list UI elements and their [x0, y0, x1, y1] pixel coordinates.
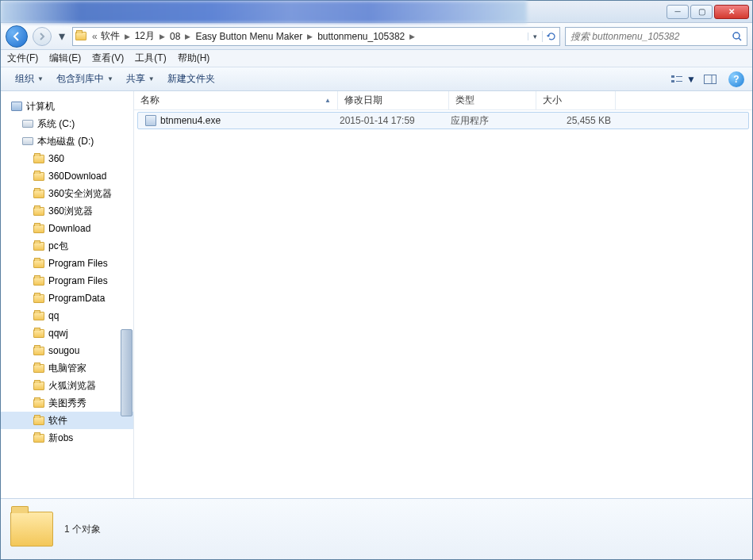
navigation-pane[interactable]: 计算机 系统 (C:) 本地磁盘 (D:) 360360Download360安… — [1, 91, 134, 498]
refresh-icon — [546, 31, 557, 42]
tree-folder[interactable]: Download — [1, 220, 133, 237]
menu-file[interactable]: 文件(F) — [7, 52, 38, 65]
chevron-down-icon: ▼ — [686, 74, 696, 85]
tree-folder[interactable]: 360安全浏览器 — [1, 185, 133, 202]
tree-label: 360浏览器 — [48, 205, 93, 218]
menu-tools[interactable]: 工具(T) — [135, 52, 166, 65]
folder-icon — [33, 190, 44, 198]
menu-help[interactable]: 帮助(H) — [178, 52, 210, 65]
svg-rect-6 — [705, 75, 717, 83]
address-bar[interactable]: « 软件▶ 12月▶ 08▶ Easy Button Menu Maker▶ b… — [72, 27, 560, 46]
search-icon[interactable] — [728, 31, 747, 42]
view-icon — [670, 74, 685, 85]
new-folder-button[interactable]: 新建文件夹 — [161, 72, 221, 86]
column-label: 修改日期 — [344, 94, 382, 107]
tree-folder[interactable]: qqwj — [1, 324, 133, 342]
tree-label: 计算机 — [26, 100, 55, 113]
svg-line-1 — [739, 38, 741, 40]
preview-pane-button[interactable] — [697, 71, 724, 87]
tree-label: Program Files — [48, 258, 108, 269]
file-date: 2015-01-14 17:59 — [340, 115, 451, 126]
tree-drive-c[interactable]: 系统 (C:) — [1, 115, 133, 132]
column-date[interactable]: 修改日期 — [338, 91, 449, 109]
tree-label: 新obs — [48, 432, 73, 445]
breadcrumb-seg[interactable]: 12月 — [132, 29, 158, 43]
file-row[interactable]: btnmenu4.exe 2015-01-14 17:59 应用程序 25,45… — [137, 112, 749, 129]
tree-folder[interactable]: Program Files — [1, 255, 133, 272]
folder-icon — [33, 399, 44, 408]
drive-icon — [22, 120, 33, 128]
command-bar: 组织▼ 包含到库中▼ 共享▼ 新建文件夹 ▼ ? — [1, 67, 752, 91]
svg-rect-2 — [671, 75, 674, 78]
address-dropdown[interactable]: ▾ — [528, 33, 542, 40]
body: 计算机 系统 (C:) 本地磁盘 (D:) 360360Download360安… — [1, 91, 752, 499]
include-label: 包含到库中 — [56, 72, 104, 86]
refresh-button[interactable] — [542, 31, 559, 42]
file-list[interactable]: btnmenu4.exe 2015-01-14 17:59 应用程序 25,45… — [134, 110, 752, 498]
breadcrumb-overflow[interactable]: « — [89, 31, 98, 42]
tree-folder[interactable]: 软件 — [1, 412, 133, 429]
exe-icon — [143, 115, 159, 126]
tree-label: 360 — [48, 153, 64, 164]
tree-folder[interactable]: 360 — [1, 150, 133, 167]
file-size: 25,455 KB — [538, 115, 611, 126]
tree-folder[interactable]: 新obs — [1, 429, 133, 447]
svg-rect-3 — [671, 80, 674, 82]
folder-icon — [33, 172, 44, 181]
history-dropdown[interactable]: ▾ — [56, 27, 67, 46]
tree-folder[interactable]: qq — [1, 307, 133, 324]
folder-icon — [33, 347, 44, 355]
chevron-right-icon: ▶ — [158, 33, 167, 40]
tree-label: 360安全浏览器 — [48, 187, 112, 201]
breadcrumb-seg[interactable]: 08 — [167, 31, 183, 42]
help-button[interactable]: ? — [728, 71, 744, 87]
breadcrumb: « 软件▶ 12月▶ 08▶ Easy Button Menu Maker▶ b… — [89, 29, 528, 43]
breadcrumb-seg[interactable]: buttonmenu_105382 — [314, 31, 408, 42]
maximize-button[interactable]: ▢ — [690, 5, 713, 19]
include-library-button[interactable]: 包含到库中▼ — [50, 72, 120, 86]
tree-folder[interactable]: 360浏览器 — [1, 202, 133, 220]
tree-folder[interactable]: 360Download — [1, 167, 133, 185]
folder-icon — [33, 224, 44, 233]
search-input[interactable] — [566, 31, 728, 42]
tree-folder[interactable]: ProgramData — [1, 290, 133, 307]
computer-icon — [11, 102, 22, 111]
forward-button[interactable] — [33, 27, 52, 46]
breadcrumb-seg[interactable]: 软件 — [98, 29, 123, 43]
view-options-button[interactable]: ▼ — [670, 71, 697, 87]
menu-edit[interactable]: 编辑(E) — [49, 52, 81, 65]
tree-computer[interactable]: 计算机 — [1, 98, 133, 115]
tree-folder[interactable]: 电脑管家 — [1, 359, 133, 377]
tree-folder[interactable]: 火狐浏览器 — [1, 377, 133, 394]
tree-folder[interactable]: pc包 — [1, 237, 133, 255]
organize-button[interactable]: 组织▼ — [9, 72, 50, 86]
tree-folder[interactable]: Program Files — [1, 272, 133, 290]
folder-icon — [33, 155, 44, 163]
breadcrumb-seg[interactable]: Easy Button Menu Maker — [192, 31, 305, 42]
back-button[interactable] — [6, 25, 28, 48]
details-pane: 1 个对象 — [1, 499, 752, 559]
minimize-button[interactable]: ─ — [667, 5, 689, 19]
navigation-bar: ▾ « 软件▶ 12月▶ 08▶ Easy Button Menu Maker▶… — [1, 23, 752, 50]
tree-folder[interactable]: 美图秀秀 — [1, 394, 133, 412]
search-box[interactable] — [565, 27, 747, 46]
chevron-down-icon: ▼ — [148, 75, 155, 82]
preview-pane-icon — [704, 75, 717, 84]
tree-drive-d[interactable]: 本地磁盘 (D:) — [1, 132, 133, 150]
folder-icon — [33, 364, 44, 373]
tree-label: sougou — [48, 345, 79, 356]
tree-folder[interactable]: sougou — [1, 342, 133, 359]
column-size[interactable]: 大小 — [536, 91, 616, 109]
menu-view[interactable]: 查看(V) — [92, 52, 124, 65]
folder-icon — [33, 259, 44, 268]
column-type[interactable]: 类型 — [449, 91, 536, 109]
folder-icon — [33, 277, 44, 286]
close-button[interactable]: ✕ — [714, 5, 749, 19]
column-name[interactable]: 名称▲ — [134, 91, 338, 109]
chevron-right-icon: ▶ — [183, 33, 192, 40]
chevron-down-icon: ▼ — [37, 75, 44, 82]
scrollbar-thumb[interactable] — [121, 329, 133, 416]
file-view: 名称▲ 修改日期 类型 大小 btnmenu4.exe 2015-01-14 1… — [134, 91, 752, 498]
share-button[interactable]: 共享▼ — [120, 72, 161, 86]
titlebar-background — [1, 1, 527, 23]
